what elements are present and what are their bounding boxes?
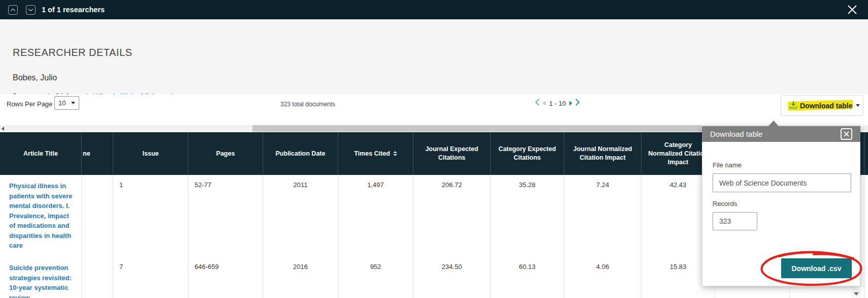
column-header-journal-normalized-citation-impact[interactable]: Journal Normalized Citation Impact — [564, 132, 641, 175]
journal-normalized-citation-impact-cell: 4.06 — [564, 257, 641, 298]
category-expected-citations-cell: 60.13 — [491, 257, 564, 298]
records-label: Records — [713, 200, 737, 207]
pages-cell: 52-77 — [188, 175, 263, 257]
dialog-title: Download table — [710, 130, 762, 138]
article-title-cell: Suicide prevention strategies revisited:… — [0, 257, 82, 298]
dialog-body: File name Records Download .csv — [702, 142, 860, 286]
column-header-volume-clipped[interactable]: ne — [82, 132, 113, 175]
journal-expected-citations-cell: 206.72 — [413, 175, 491, 257]
scroll-down-button[interactable] — [852, 290, 861, 297]
column-header-pages[interactable]: Pages — [188, 132, 263, 175]
page-range: 1 - 10 — [549, 100, 566, 107]
column-header-times-cited[interactable]: Times Cited — [338, 132, 413, 175]
next-page-button[interactable] — [569, 101, 572, 106]
caret-down-icon — [71, 102, 75, 104]
triangle-down-icon — [854, 292, 859, 295]
page-title: RESEARCHER DETAILS — [13, 47, 132, 58]
download-table-dialog: Download table File name Records Downloa… — [702, 126, 860, 286]
column-header-category-expected-citations[interactable]: Category Expected Citations — [491, 132, 564, 175]
researcher-name: Bobes, Julio — [13, 73, 57, 82]
download-csv-button[interactable]: Download .csv — [781, 258, 852, 278]
close-icon[interactable] — [841, 128, 852, 140]
pagination: 1 - 10 — [535, 99, 580, 108]
file-name-label: File name — [713, 161, 742, 169]
download-table-button[interactable]: Download table — [781, 95, 863, 116]
rows-per-page-select[interactable]: 10 — [54, 96, 79, 110]
journal-expected-citations-cell: 234.50 — [413, 257, 491, 298]
previous-researcher-button[interactable] — [8, 5, 18, 15]
scroll-left-icon[interactable] — [2, 127, 4, 131]
column-header-publication-date[interactable]: Publication Date — [263, 132, 338, 175]
column-header-article-title[interactable]: Article Title — [0, 132, 82, 175]
table-toolbar: Rows Per Page 10 323 total documents 1 -… — [0, 94, 868, 125]
times-cited-cell: 952 — [338, 257, 413, 298]
caret-down-icon — [856, 104, 860, 107]
sort-icon[interactable] — [393, 151, 397, 156]
issue-cell: 7 — [113, 257, 188, 298]
issue-cell: 1 — [113, 175, 188, 257]
chevron-down-icon — [28, 8, 34, 12]
column-header-journal-expected-citations[interactable]: Journal Expected Citations — [413, 132, 491, 175]
pages-cell: 646-659 — [188, 257, 263, 298]
article-title-link[interactable]: Physical illness in patients with severe… — [9, 181, 74, 251]
rows-per-page-value: 10 — [58, 99, 66, 107]
times-cited-cell: 1,497 — [338, 175, 413, 257]
times-cited-label: Times Cited — [354, 150, 390, 158]
horizontal-scrollbar-thumb[interactable] — [252, 125, 701, 132]
journal-normalized-citation-impact-cell: 7.24 — [564, 175, 641, 257]
article-title-cell: Physical illness in patients with severe… — [0, 175, 82, 257]
publication-date-cell: 2016 — [263, 257, 338, 298]
category-expected-citations-cell: 35.28 — [491, 175, 564, 257]
rows-per-page-label: Rows Per Page — [7, 100, 52, 108]
volume-cell — [82, 175, 113, 257]
header-section: RESEARCHER DETAILS Bobes, Julio Document… — [0, 19, 868, 94]
records-input[interactable] — [713, 212, 757, 230]
dialog-header: Download table — [702, 126, 860, 142]
next-researcher-button[interactable] — [26, 5, 36, 15]
article-title-link[interactable]: Suicide prevention strategies revisited:… — [9, 263, 74, 298]
download-icon — [789, 101, 797, 111]
download-table-label: Download table — [800, 102, 852, 110]
total-documents: 323 total documents — [280, 101, 335, 108]
previous-page-button[interactable] — [542, 101, 545, 106]
last-page-button[interactable] — [575, 99, 580, 108]
researcher-counter: 1 of 1 researchers — [42, 6, 105, 14]
close-icon[interactable] — [847, 4, 858, 15]
column-header-issue[interactable]: Issue — [113, 132, 188, 175]
top-bar: 1 of 1 researchers — [0, 0, 868, 19]
first-page-button[interactable] — [535, 99, 540, 108]
researcher-details-page: 1 of 1 researchers RESEARCHER DETAILS Bo… — [0, 0, 868, 298]
file-name-input[interactable] — [713, 173, 851, 192]
dialog-pointer-arrow — [768, 121, 779, 126]
volume-cell — [82, 257, 113, 298]
chevron-up-icon — [10, 8, 16, 12]
publication-date-cell: 2011 — [263, 175, 338, 257]
